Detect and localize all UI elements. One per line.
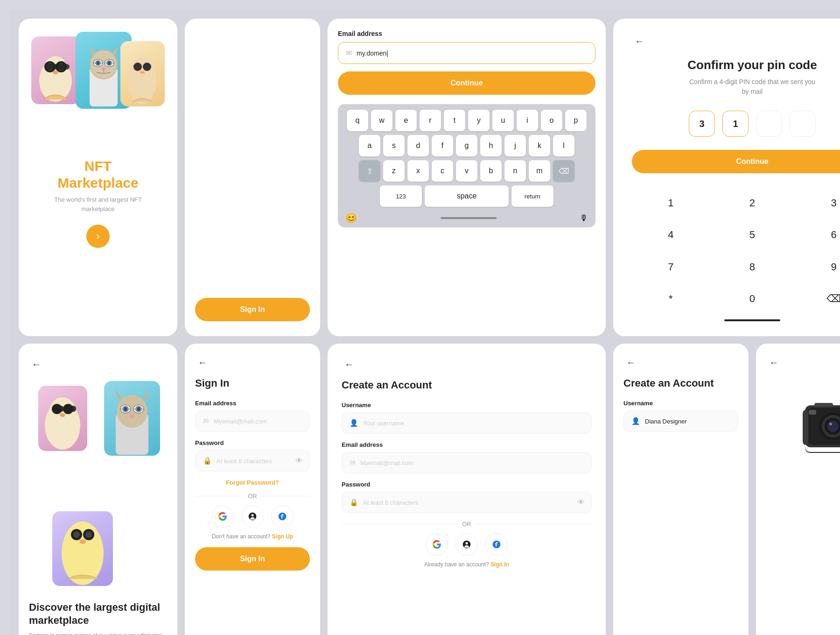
keyboard-row-3: ⇧ z x c v b n m ⌫ xyxy=(342,160,592,182)
mic-key[interactable]: 🎙 xyxy=(580,213,588,223)
num-0[interactable]: 0 xyxy=(714,286,791,312)
ca-partial-username-input[interactable]: 👤 Diana Designer xyxy=(623,410,738,432)
num-2[interactable]: 2 xyxy=(714,190,791,216)
key-d[interactable]: d xyxy=(407,135,429,156)
svg-point-32 xyxy=(140,71,145,74)
num-3[interactable]: 3 xyxy=(795,190,840,216)
key-t[interactable]: t xyxy=(444,110,465,131)
svg-rect-75 xyxy=(814,403,833,407)
or-divider-2: OR xyxy=(342,521,592,528)
key-i[interactable]: i xyxy=(517,110,538,131)
key-v[interactable]: v xyxy=(456,160,477,182)
emoji-key[interactable]: 😊 xyxy=(345,212,357,224)
svg-point-52 xyxy=(129,414,135,418)
key-k[interactable]: k xyxy=(529,135,550,156)
signin-button[interactable]: Sign In xyxy=(195,547,310,571)
pin-box-4[interactable] xyxy=(790,111,816,137)
key-q[interactable]: q xyxy=(347,110,368,131)
num-4[interactable]: 4 xyxy=(632,222,710,248)
password-label: Password xyxy=(195,439,310,446)
confirm-pin-subtitle: Confirm a 4-digit PIN code that we sent … xyxy=(687,77,818,97)
key-f[interactable]: f xyxy=(432,135,453,156)
pin-box-1[interactable]: 3 xyxy=(689,111,715,137)
key-c[interactable]: c xyxy=(432,160,453,182)
key-o[interactable]: o xyxy=(541,110,562,131)
svg-rect-77 xyxy=(803,410,808,445)
key-n[interactable]: n xyxy=(504,160,526,182)
key-w[interactable]: w xyxy=(371,110,392,131)
create-account-large-back[interactable]: ← xyxy=(342,357,357,372)
key-p[interactable]: p xyxy=(565,110,587,131)
num-9[interactable]: 9 xyxy=(795,254,840,280)
key-e[interactable]: e xyxy=(395,110,417,131)
key-g[interactable]: g xyxy=(456,135,477,156)
num-1[interactable]: 1 xyxy=(632,190,710,216)
key-space[interactable]: space xyxy=(425,185,509,207)
device-illustration xyxy=(777,377,840,471)
email-input-value: my.domen| xyxy=(357,49,388,57)
svg-point-71 xyxy=(827,421,839,432)
other-icon[interactable] xyxy=(241,505,264,528)
confirm-continue-button[interactable]: Continue xyxy=(632,150,840,173)
key-h[interactable]: h xyxy=(480,135,502,156)
google-icon[interactable] xyxy=(211,505,234,528)
num-5[interactable]: 5 xyxy=(714,222,791,248)
svg-point-30 xyxy=(133,63,142,71)
key-z[interactable]: z xyxy=(383,160,405,182)
confirm-pin-title: Confirm your pin code xyxy=(632,58,840,72)
num-8[interactable]: 8 xyxy=(714,254,791,280)
pin-box-2[interactable]: 1 xyxy=(722,111,749,137)
sign-in-top-button[interactable]: Sign In xyxy=(195,298,310,321)
discover-back-button[interactable]: ← xyxy=(29,357,44,372)
key-123[interactable]: 123 xyxy=(380,185,422,207)
ca-partial-username-label: Username xyxy=(623,400,738,407)
key-return[interactable]: return xyxy=(511,185,553,207)
key-y[interactable]: y xyxy=(468,110,490,131)
keyboard-row-2: a s d f g h j k l xyxy=(342,135,592,156)
sign-up-link[interactable]: Sign Up xyxy=(272,533,293,540)
key-r[interactable]: r xyxy=(420,110,441,131)
ca-username-label: Username xyxy=(342,402,592,409)
key-u[interactable]: u xyxy=(492,110,514,131)
num-delete[interactable]: ⌫ xyxy=(795,286,840,312)
signin-email-input[interactable]: ✉ Myemail@mail.com xyxy=(195,410,310,432)
svg-point-39 xyxy=(60,413,65,417)
ca-password-input[interactable]: 🔒 At least 8 characters 👁 xyxy=(342,492,592,513)
password-placeholder: At least 8 characters xyxy=(217,458,272,465)
sign-in-link[interactable]: Sign In xyxy=(490,561,509,568)
signin-password-input[interactable]: 🔒 At least 8 characters 👁 xyxy=(195,450,310,472)
facebook-icon[interactable] xyxy=(271,505,294,528)
key-shift[interactable]: ⇧ xyxy=(359,160,380,182)
eye-icon[interactable]: 👁 xyxy=(295,457,303,465)
continue-button[interactable]: Continue xyxy=(338,71,595,95)
num-star[interactable]: * xyxy=(632,286,710,312)
key-l[interactable]: l xyxy=(553,135,574,156)
bottom-right-back[interactable]: ← xyxy=(766,355,781,370)
pin-box-3[interactable] xyxy=(756,111,782,137)
keyboard-row-1: q w e r t y u i o p xyxy=(342,110,592,131)
numpad: 1 2 3 4 5 6 7 8 9 * 0 ⌫ xyxy=(632,190,840,314)
confirm-pin-back-button[interactable]: ← xyxy=(632,34,647,49)
ca-email-input[interactable]: ✉ Myemail@mail.com xyxy=(342,452,592,473)
facebook-icon-2[interactable] xyxy=(485,533,508,556)
key-x[interactable]: x xyxy=(407,160,429,182)
key-a[interactable]: a xyxy=(359,135,380,156)
key-s[interactable]: s xyxy=(383,135,405,156)
other-icon-2[interactable] xyxy=(455,533,478,556)
num-6[interactable]: 6 xyxy=(795,222,840,248)
eye-icon2[interactable]: 👁 xyxy=(577,498,585,507)
ca-partial-back[interactable]: ← xyxy=(623,355,638,370)
key-b[interactable]: b xyxy=(480,160,502,182)
create-account-large-card: ← Create an Account Username 👤 Your user… xyxy=(328,344,606,635)
forgot-password-link[interactable]: Forgot Password? xyxy=(195,479,310,486)
key-m[interactable]: m xyxy=(529,160,550,182)
email-input[interactable]: ✉ my.domen| xyxy=(338,42,595,64)
google-icon-2[interactable] xyxy=(426,533,448,556)
svg-point-61 xyxy=(252,514,254,516)
key-j[interactable]: j xyxy=(504,135,526,156)
key-delete[interactable]: ⌫ xyxy=(553,160,574,182)
num-7[interactable]: 7 xyxy=(632,254,710,280)
hero-arrow-button[interactable]: › xyxy=(86,225,110,248)
signin-back-button[interactable]: ← xyxy=(195,355,210,370)
ca-username-input[interactable]: 👤 Your username xyxy=(342,412,592,434)
